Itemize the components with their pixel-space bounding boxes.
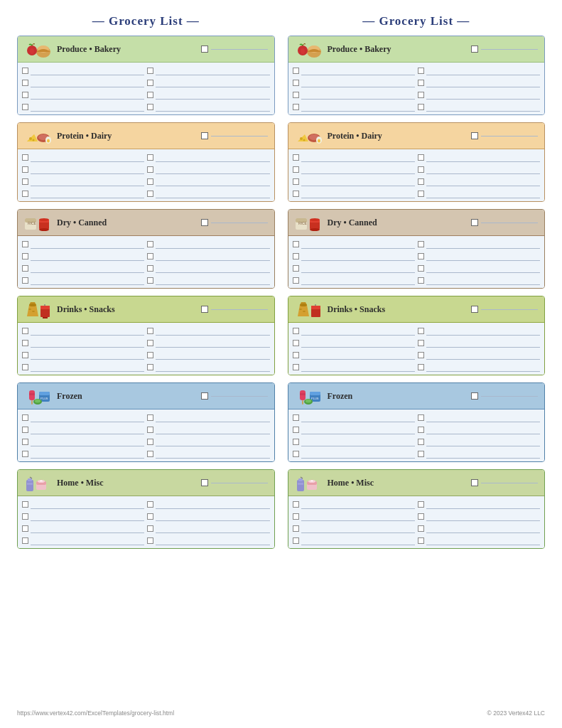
checkbox[interactable] (418, 525, 424, 532)
checkbox[interactable] (22, 340, 28, 346)
checkbox[interactable] (418, 92, 424, 98)
checkbox[interactable] (147, 501, 153, 508)
checkbox[interactable] (418, 414, 424, 421)
dry-header-checkbox-right[interactable] (471, 219, 478, 226)
checkbox[interactable] (293, 253, 299, 259)
checkbox[interactable] (293, 265, 299, 272)
checkbox[interactable] (22, 191, 28, 197)
checkbox[interactable] (293, 414, 299, 421)
checkbox[interactable] (293, 241, 299, 247)
checkbox[interactable] (293, 501, 299, 508)
produce-header-checkbox-left[interactable] (201, 46, 208, 53)
checkbox[interactable] (22, 104, 28, 110)
checkbox[interactable] (147, 340, 153, 346)
checkbox[interactable] (22, 352, 28, 358)
checkbox[interactable] (418, 80, 424, 86)
checkbox[interactable] (147, 277, 153, 284)
checkbox[interactable] (293, 340, 299, 346)
checkbox[interactable] (22, 537, 28, 544)
checkbox[interactable] (22, 364, 28, 370)
checkbox[interactable] (147, 414, 153, 421)
checkbox[interactable] (293, 178, 299, 185)
drinks-header-checkbox-left[interactable] (201, 306, 208, 313)
checkbox[interactable] (147, 525, 153, 532)
checkbox[interactable] (293, 537, 299, 544)
checkbox[interactable] (293, 80, 299, 86)
frozen-header-checkbox-right[interactable] (471, 392, 478, 400)
checkbox[interactable] (418, 265, 424, 272)
checkbox[interactable] (418, 154, 424, 161)
home-header-checkbox-left[interactable] (201, 479, 208, 486)
checkbox[interactable] (418, 178, 424, 185)
checkbox[interactable] (22, 68, 28, 74)
checkbox[interactable] (293, 525, 299, 532)
checkbox[interactable] (147, 166, 153, 173)
checkbox[interactable] (418, 513, 424, 520)
checkbox[interactable] (293, 191, 299, 197)
checkbox[interactable] (147, 191, 153, 197)
checkbox[interactable] (147, 92, 153, 98)
checkbox[interactable] (22, 154, 28, 161)
checkbox[interactable] (22, 92, 28, 98)
checkbox[interactable] (147, 537, 153, 544)
checkbox[interactable] (418, 501, 424, 508)
checkbox[interactable] (147, 241, 153, 247)
checkbox[interactable] (293, 68, 299, 74)
checkbox[interactable] (147, 451, 153, 457)
checkbox[interactable] (418, 537, 424, 544)
checkbox[interactable] (418, 439, 424, 445)
checkbox[interactable] (22, 513, 28, 520)
checkbox[interactable] (22, 277, 28, 284)
checkbox[interactable] (418, 451, 424, 457)
checkbox[interactable] (293, 439, 299, 445)
checkbox[interactable] (293, 166, 299, 173)
home-header-checkbox-right[interactable] (471, 479, 478, 486)
checkbox[interactable] (418, 352, 424, 358)
checkbox[interactable] (293, 154, 299, 161)
checkbox[interactable] (418, 166, 424, 173)
checkbox[interactable] (293, 513, 299, 520)
checkbox[interactable] (293, 451, 299, 457)
checkbox[interactable] (293, 328, 299, 334)
checkbox[interactable] (22, 414, 28, 421)
checkbox[interactable] (418, 427, 424, 433)
checkbox[interactable] (293, 364, 299, 370)
checkbox[interactable] (147, 513, 153, 520)
dry-header-checkbox-left[interactable] (201, 219, 208, 226)
checkbox[interactable] (22, 427, 28, 433)
checkbox[interactable] (22, 178, 28, 185)
checkbox[interactable] (22, 166, 28, 173)
checkbox[interactable] (22, 328, 28, 334)
frozen-header-checkbox-left[interactable] (201, 392, 208, 400)
drinks-header-checkbox-right[interactable] (471, 306, 478, 313)
checkbox[interactable] (147, 178, 153, 185)
checkbox[interactable] (147, 265, 153, 272)
produce-header-checkbox-right[interactable] (471, 46, 478, 53)
checkbox[interactable] (293, 277, 299, 284)
checkbox[interactable] (293, 92, 299, 98)
protein-header-checkbox-left[interactable] (201, 132, 208, 139)
checkbox[interactable] (22, 439, 28, 445)
checkbox[interactable] (147, 253, 153, 259)
checkbox[interactable] (418, 191, 424, 197)
checkbox[interactable] (293, 427, 299, 433)
checkbox[interactable] (22, 265, 28, 272)
checkbox[interactable] (22, 525, 28, 532)
checkbox[interactable] (22, 501, 28, 508)
checkbox[interactable] (147, 364, 153, 370)
checkbox[interactable] (22, 451, 28, 457)
checkbox[interactable] (147, 104, 153, 110)
checkbox[interactable] (147, 328, 153, 334)
checkbox[interactable] (147, 352, 153, 358)
checkbox[interactable] (293, 352, 299, 358)
checkbox[interactable] (147, 68, 153, 74)
checkbox[interactable] (22, 241, 28, 247)
checkbox[interactable] (147, 439, 153, 445)
checkbox[interactable] (418, 277, 424, 284)
checkbox[interactable] (418, 340, 424, 346)
checkbox[interactable] (418, 68, 424, 74)
protein-header-checkbox-right[interactable] (471, 132, 478, 139)
checkbox[interactable] (418, 364, 424, 370)
checkbox[interactable] (147, 80, 153, 86)
checkbox[interactable] (147, 427, 153, 433)
